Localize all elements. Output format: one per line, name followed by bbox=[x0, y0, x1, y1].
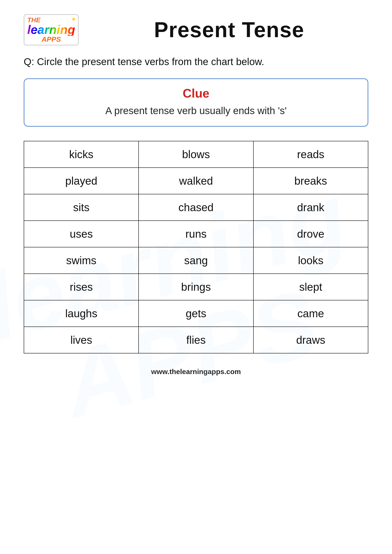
table-cell: walked bbox=[139, 168, 253, 194]
logo-the: THE bbox=[27, 17, 75, 23]
table-cell: draws bbox=[253, 327, 368, 353]
website-url: www.thelearningapps.com bbox=[151, 368, 241, 375]
table-cell: sits bbox=[24, 194, 139, 221]
page-title: Present Tense bbox=[90, 18, 368, 42]
table-cell: runs bbox=[139, 221, 253, 247]
table-row: playedwalkedbreaks bbox=[24, 168, 368, 194]
table-row: usesrunsdrove bbox=[24, 221, 368, 247]
verb-table: kicksblowsreadsplayedwalkedbreakssitscha… bbox=[24, 141, 368, 353]
table-row: risesbringsslept bbox=[24, 274, 368, 300]
question-text: Q: Circle the present tense verbs from t… bbox=[24, 55, 368, 69]
table-cell: chased bbox=[139, 194, 253, 221]
logo-learning: learning bbox=[27, 23, 75, 36]
clue-text: A present tense verb usually ends with '… bbox=[39, 105, 353, 117]
table-row: kicksblowsreads bbox=[24, 141, 368, 168]
logo-box: THE learning APPS ★ bbox=[24, 14, 79, 45]
table-cell: slept bbox=[253, 274, 368, 300]
table-cell: came bbox=[253, 300, 368, 327]
table-cell: sang bbox=[139, 247, 253, 274]
table-cell: drove bbox=[253, 221, 368, 247]
clue-box: Clue A present tense verb usually ends w… bbox=[24, 78, 368, 127]
header: THE learning APPS ★ Present Tense bbox=[24, 14, 368, 45]
table-cell: looks bbox=[253, 247, 368, 274]
table-cell: breaks bbox=[253, 168, 368, 194]
table-cell: played bbox=[24, 168, 139, 194]
footer: www.thelearningapps.com bbox=[24, 368, 368, 376]
table-cell: flies bbox=[139, 327, 253, 353]
table-row: sitschaseddrank bbox=[24, 194, 368, 221]
table-cell: kicks bbox=[24, 141, 139, 168]
page: learning APPS THE learning APPS ★ Presen… bbox=[0, 0, 392, 554]
title-area: Present Tense bbox=[90, 18, 368, 42]
table-cell: reads bbox=[253, 141, 368, 168]
table-cell: gets bbox=[139, 300, 253, 327]
table-cell: uses bbox=[24, 221, 139, 247]
table-row: livesfliesdraws bbox=[24, 327, 368, 353]
table-cell: lives bbox=[24, 327, 139, 353]
clue-title: Clue bbox=[39, 86, 353, 100]
table-cell: brings bbox=[139, 274, 253, 300]
table-cell: swims bbox=[24, 247, 139, 274]
star-icon: ★ bbox=[71, 16, 76, 22]
table-cell: blows bbox=[139, 141, 253, 168]
table-cell: rises bbox=[24, 274, 139, 300]
logo-area: THE learning APPS ★ bbox=[24, 14, 90, 45]
table-row: laughsgetscame bbox=[24, 300, 368, 327]
table-cell: laughs bbox=[24, 300, 139, 327]
table-cell: drank bbox=[253, 194, 368, 221]
table-row: swimssanglooks bbox=[24, 247, 368, 274]
logo-apps: APPS bbox=[27, 36, 75, 43]
